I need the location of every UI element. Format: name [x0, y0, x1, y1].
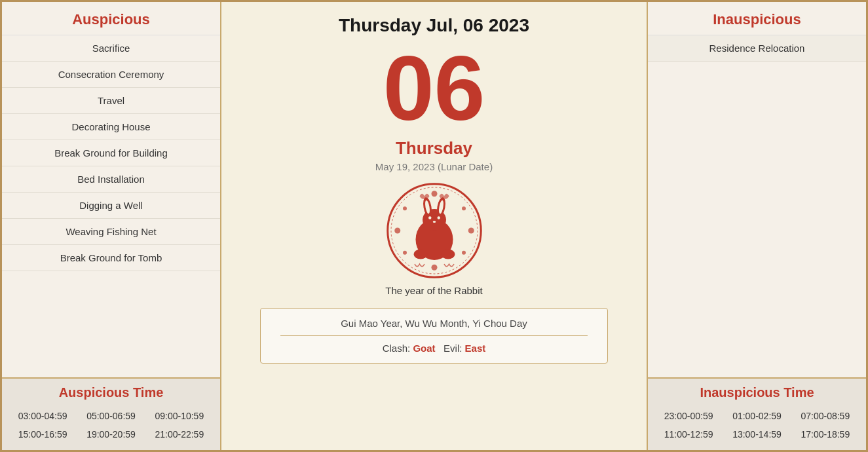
svg-point-15: [403, 206, 407, 210]
inauspicious-time-grid: 23:00-00:5901:00-02:5907:00-08:5911:00-1…: [648, 405, 866, 445]
auspicious-title: Auspicious: [2, 2, 220, 35]
cycle-text: Gui Mao Year, Wu Wu Month, Yi Chou Day: [280, 318, 587, 336]
evil-value: East: [465, 343, 486, 354]
auspicious-list: SacrificeConsecration CeremonyTravelDeco…: [2, 35, 220, 271]
day-number: 06: [383, 43, 485, 134]
auspicious-list-item: Travel: [2, 88, 220, 114]
inauspicious-time-cell: 11:00-12:59: [654, 426, 723, 442]
auspicious-time-title: Auspicious Time: [2, 385, 220, 405]
auspicious-time-cell: 05:00-06:59: [77, 408, 145, 424]
inauspicious-list: Residence Relocation: [648, 35, 866, 62]
svg-point-13: [431, 191, 437, 197]
inauspicious-section: Inauspicious Residence Relocation: [648, 2, 866, 377]
left-panel: Auspicious SacrificeConsecration Ceremon…: [2, 2, 221, 450]
auspicious-list-item: Sacrifice: [2, 35, 220, 62]
auspicious-time-cell: 09:00-10:59: [145, 408, 214, 424]
auspicious-list-item: Decorating House: [2, 114, 220, 140]
auspicious-time-grid: 03:00-04:5905:00-06:5909:00-10:5915:00-1…: [2, 405, 220, 445]
svg-point-16: [462, 206, 466, 210]
svg-point-18: [462, 251, 466, 255]
svg-point-8: [428, 216, 432, 219]
auspicious-time-section: Auspicious Time 03:00-04:5905:00-06:5909…: [2, 377, 220, 450]
inauspicious-time-cell: 17:00-18:59: [791, 426, 859, 442]
auspicious-list-item: Break Ground for Tomb: [2, 245, 220, 271]
inauspicious-list-item: Residence Relocation: [648, 35, 866, 62]
info-box: Gui Mao Year, Wu Wu Month, Yi Chou Day C…: [260, 308, 607, 364]
auspicious-time-cell: 15:00-16:59: [9, 426, 77, 442]
zodiac-label: The year of the Rabbit: [385, 285, 482, 296]
auspicious-time-cell: 03:00-04:59: [9, 408, 77, 424]
clash-value: Goat: [413, 343, 435, 354]
inauspicious-title: Inauspicious: [648, 2, 866, 35]
right-panel: Inauspicious Residence Relocation Inausp…: [647, 2, 866, 450]
clash-info: Clash: Goat Evil: East: [280, 343, 587, 354]
day-name: Thursday: [396, 138, 472, 159]
auspicious-list-item: Digging a Well: [2, 193, 220, 219]
auspicious-section: Auspicious SacrificeConsecration Ceremon…: [2, 2, 220, 377]
inauspicious-time-cell: 01:00-02:59: [723, 408, 791, 424]
inauspicious-time-cell: 07:00-08:59: [791, 408, 859, 424]
rabbit-zodiac-icon: [385, 181, 483, 280]
svg-point-11: [394, 228, 400, 234]
svg-point-10: [432, 221, 436, 223]
inauspicious-time-cell: 13:00-14:59: [723, 426, 791, 442]
auspicious-list-item: Consecration Ceremony: [2, 62, 220, 88]
inauspicious-time-cell: 23:00-00:59: [654, 408, 723, 424]
svg-point-9: [437, 216, 440, 219]
lunar-date-value: May 19, 2023: [375, 161, 435, 172]
inauspicious-time-section: Inauspicious Time 23:00-00:5901:00-02:59…: [648, 377, 866, 450]
auspicious-list-item: Break Ground for Building: [2, 140, 220, 166]
center-panel: Thursday Jul, 06 2023 06 Thursday May 19…: [221, 2, 647, 450]
lunar-date: May 19, 2023 (Lunar Date): [375, 161, 493, 172]
svg-point-17: [403, 251, 407, 255]
lunar-label: (Lunar Date): [438, 161, 493, 172]
auspicious-time-cell: 21:00-22:59: [145, 426, 214, 442]
svg-point-19: [413, 250, 427, 259]
auspicious-time-cell: 19:00-20:59: [77, 426, 145, 442]
auspicious-list-item: Bed Installation: [2, 166, 220, 193]
inauspicious-time-title: Inauspicious Time: [648, 385, 866, 405]
clash-label: Clash:: [383, 343, 411, 354]
svg-point-14: [431, 265, 437, 271]
evil-label: Evil:: [443, 343, 462, 354]
date-header: Thursday Jul, 06 2023: [339, 15, 529, 36]
auspicious-list-item: Weaving Fishing Net: [2, 219, 220, 245]
zodiac-container: The year of the Rabbit: [385, 181, 483, 296]
svg-point-20: [441, 250, 455, 259]
svg-point-12: [468, 228, 474, 234]
